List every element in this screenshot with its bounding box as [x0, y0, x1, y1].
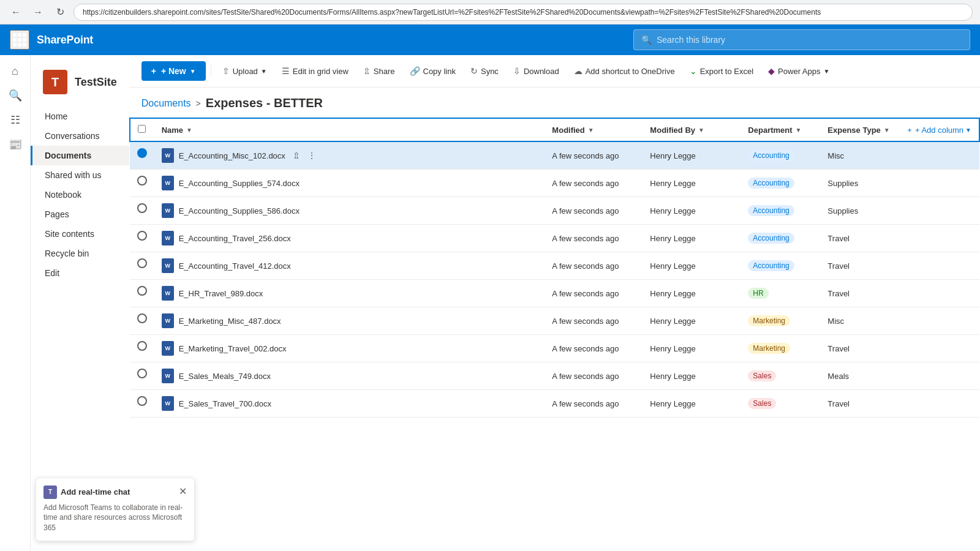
file-name-link[interactable]: E_Accounting_Misc_102.docx	[179, 151, 285, 160]
row-select-radio[interactable]	[137, 341, 147, 351]
home-nav-icon[interactable]: ⌂	[4, 60, 26, 82]
search-input[interactable]	[657, 35, 962, 45]
row-select-radio[interactable]	[137, 258, 147, 268]
word-file-icon: W	[162, 369, 174, 383]
file-name-link[interactable]: E_Marketing_Travel_002.docx	[179, 344, 287, 353]
word-file-icon: W	[162, 258, 174, 273]
department-cell: Sales	[741, 362, 820, 390]
search-nav-icon[interactable]: 🔍	[4, 84, 26, 107]
copy-link-button[interactable]: 🔗 Copy link	[404, 62, 462, 80]
file-name-cell: W E_Accounting_Misc_102.docx ⇫ ⋮	[154, 141, 545, 170]
sidebar-item-edit[interactable]: Edit	[31, 263, 129, 283]
sidebar-item-pages[interactable]: Pages	[31, 204, 129, 224]
row-select-radio[interactable]	[137, 369, 147, 378]
file-name-cell: W E_Accounting_Travel_256.docx ⇫ ⋮	[154, 225, 545, 252]
name-column-header[interactable]: Name ▼	[154, 118, 545, 141]
table-row: W E_Sales_Travel_700.docx ⇫ ⋮ A few seco…	[130, 390, 979, 418]
address-bar[interactable]: https://citizenbuilders.sharepoint.com/s…	[74, 4, 973, 21]
department-column-header[interactable]: Department ▼	[741, 118, 820, 141]
department-tag: Accounting	[748, 150, 794, 161]
department-tag: Marketing	[748, 315, 790, 326]
table-row: W E_Sales_Meals_749.docx ⇫ ⋮ A few secon…	[130, 362, 979, 390]
file-name-link[interactable]: E_HR_Travel_989.docx	[179, 289, 263, 298]
breadcrumb-parent-link[interactable]: Documents	[141, 98, 191, 109]
select-all-checkbox[interactable]	[138, 125, 146, 133]
nav-items: HomeConversationsDocumentsShared with us…	[31, 107, 129, 283]
news-nav-icon[interactable]: 📰	[4, 133, 26, 156]
file-name-link[interactable]: E_Accounting_Supplies_574.docx	[179, 179, 300, 188]
table-row: W E_Accounting_Misc_102.docx ⇫ ⋮ A few s…	[130, 141, 979, 170]
sidebar-item-notebook[interactable]: Notebook	[31, 185, 129, 204]
refresh-button[interactable]: ↻	[51, 4, 69, 21]
modified-by-column-header[interactable]: Modified By ▼	[643, 118, 741, 141]
sync-icon: ↻	[470, 66, 478, 76]
modified-cell: A few seconds ago	[545, 335, 643, 362]
file-name-link[interactable]: E_Accounting_Travel_256.docx	[179, 234, 291, 243]
row-select-radio[interactable]	[137, 176, 147, 186]
extra-col-cell	[900, 141, 979, 170]
sync-button[interactable]: ↻ Sync	[464, 62, 505, 80]
sidebar-item-conversations[interactable]: Conversations	[31, 126, 129, 146]
expense-type-cell: Travel	[820, 335, 900, 362]
extra-col-cell	[900, 335, 979, 362]
sidebar-item-home[interactable]: Home	[31, 107, 129, 126]
share-button[interactable]: ⇫ Share	[357, 62, 401, 80]
sidebar-item-site-contents[interactable]: Site contents	[31, 224, 129, 244]
row-select-radio[interactable]	[137, 286, 147, 296]
expense-type-cell: Meals	[820, 362, 900, 390]
row-select-radio[interactable]	[137, 396, 147, 406]
edit-grid-button[interactable]: ☰ Edit in grid view	[276, 62, 355, 80]
sidebar-item-recycle-bin[interactable]: Recycle bin	[31, 244, 129, 263]
chat-close-button[interactable]: ✕	[179, 485, 187, 497]
file-name-link[interactable]: E_Accounting_Supplies_586.docx	[179, 206, 300, 216]
row-select-radio[interactable]	[137, 148, 147, 158]
modified-cell: A few seconds ago	[545, 280, 643, 307]
file-name-link[interactable]: E_Marketing_Misc_487.docx	[179, 317, 281, 326]
department-cell: Accounting	[741, 141, 820, 170]
sites-nav-icon[interactable]: ☷	[4, 109, 26, 131]
new-button[interactable]: + + New ▼	[141, 61, 206, 81]
grid-icon: ☰	[282, 66, 290, 76]
waffle-menu-button[interactable]	[10, 30, 29, 50]
department-tag: Sales	[748, 370, 776, 381]
upload-button[interactable]: ⇧ Upload ▼	[216, 62, 273, 80]
file-name-link[interactable]: E_Accounting_Travel_412.docx	[179, 261, 291, 271]
row-select-radio[interactable]	[137, 203, 147, 213]
row-checkbox-cell	[130, 362, 154, 384]
power-apps-button[interactable]: ◆ Power Apps ▼	[762, 62, 835, 80]
word-file-icon: W	[162, 203, 174, 218]
department-tag: HR	[748, 288, 768, 299]
download-button[interactable]: ⇩ Download	[507, 62, 565, 80]
add-shortcut-button[interactable]: ☁ Add shortcut to OneDrive	[568, 62, 681, 80]
file-name-link[interactable]: E_Sales_Travel_700.docx	[179, 399, 271, 408]
word-file-icon: W	[162, 341, 174, 356]
back-button[interactable]: ←	[7, 4, 24, 21]
main-layout: ⌂ 🔍 ☷ 📰 T TestSite HomeConversationsDocu…	[0, 55, 980, 551]
more-row-button[interactable]: ⋮	[305, 149, 318, 162]
link-icon: 🔗	[410, 66, 420, 76]
add-column-header[interactable]: + + Add column ▼	[900, 118, 979, 141]
forward-button[interactable]: →	[29, 4, 47, 21]
modified-column-header[interactable]: Modified ▼	[545, 118, 643, 141]
select-all-header[interactable]	[130, 118, 154, 141]
sidebar-item-shared-with-us[interactable]: Shared with us	[31, 165, 129, 185]
file-name-link[interactable]: E_Sales_Meals_749.docx	[179, 372, 271, 381]
new-plus-icon: +	[151, 66, 156, 76]
expense-type-cell: Misc	[820, 307, 900, 335]
sidebar-item-documents[interactable]: Documents	[31, 146, 129, 165]
share-row-button[interactable]: ⇫	[290, 149, 303, 162]
department-tag: Accounting	[748, 178, 794, 189]
department-tag: Marketing	[748, 343, 790, 354]
excel-icon: ⌄	[690, 66, 697, 76]
search-bar[interactable]: 🔍	[633, 29, 970, 50]
export-excel-button[interactable]: ⌄ Export to Excel	[684, 62, 760, 80]
left-navigation: ⌂ 🔍 ☷ 📰 T TestSite HomeConversationsDocu…	[0, 55, 129, 551]
word-file-icon: W	[162, 231, 174, 246]
extra-col-cell	[900, 280, 979, 307]
department-sort-icon: ▼	[796, 127, 802, 133]
add-column-button[interactable]: + + Add column ▼	[907, 126, 971, 135]
row-select-radio[interactable]	[137, 313, 147, 323]
expense-type-column-header[interactable]: Expense Type ▼	[820, 118, 900, 141]
modified-by-cell: Henry Legge	[643, 225, 741, 252]
row-select-radio[interactable]	[137, 231, 147, 241]
